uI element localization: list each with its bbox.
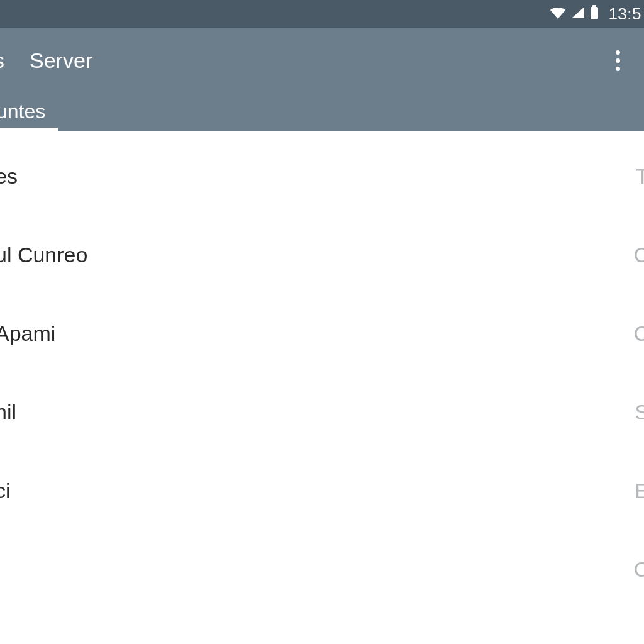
list-item-secondary: S — [635, 400, 644, 425]
svg-rect-0 — [591, 7, 598, 19]
app-bar-top: s Server — [0, 35, 644, 86]
tab-active[interactable]: untes — [0, 100, 58, 131]
list-item[interactable]: C — [0, 530, 644, 609]
list-item-primary: Apami — [0, 321, 55, 346]
list-item-primary: ci — [0, 479, 11, 503]
app-bar: s Server untes — [0, 28, 644, 131]
list-item-secondary: T — [636, 164, 644, 189]
list: es T ul Cunreo C Apami C nil S ci E C — [0, 131, 644, 609]
list-item[interactable]: Apami C — [0, 294, 644, 373]
list-item-secondary: C — [633, 557, 644, 582]
list-item[interactable]: ul Cunreo C — [0, 216, 644, 294]
list-item-secondary: C — [633, 321, 644, 346]
list-item[interactable]: ci E — [0, 452, 644, 530]
wifi-icon — [549, 6, 567, 22]
tab-label: untes — [0, 100, 45, 123]
list-item-primary: ul Cunreo — [0, 243, 87, 267]
overflow-menu-button[interactable] — [606, 49, 629, 72]
list-item-primary: es — [0, 164, 18, 189]
cellular-icon — [570, 6, 586, 22]
list-item[interactable]: nil S — [0, 373, 644, 452]
tab-bar: untes — [0, 86, 644, 131]
status-bar: 13:5 — [0, 0, 644, 28]
list-item-secondary: E — [635, 479, 644, 503]
app-bar-left-fragment: s — [0, 48, 4, 73]
tab-indicator — [0, 128, 58, 131]
list-item-primary: nil — [0, 400, 16, 425]
app-bar-title: Server — [30, 48, 92, 73]
more-vert-icon — [616, 48, 620, 73]
list-item[interactable]: es T — [0, 137, 644, 216]
list-item-secondary: C — [633, 243, 644, 267]
battery-icon — [589, 4, 599, 23]
status-time: 13:5 — [608, 4, 641, 24]
svg-rect-1 — [592, 5, 596, 8]
status-icons: 13:5 — [549, 4, 641, 24]
